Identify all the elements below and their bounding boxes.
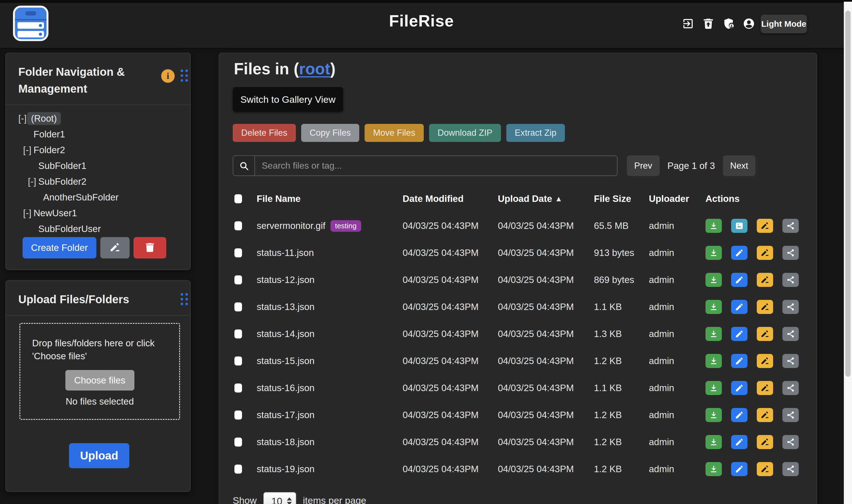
download-button[interactable]	[706, 327, 722, 341]
column-header-actions[interactable]: Actions	[706, 194, 804, 204]
switch-gallery-view-button[interactable]: Switch to Gallery View	[233, 87, 343, 112]
rename-folder-button[interactable]	[100, 237, 129, 258]
next-page-button[interactable]: Next	[723, 156, 755, 176]
choose-files-button[interactable]: Choose files	[65, 370, 134, 391]
delete-files-button[interactable]: Delete Files	[233, 124, 296, 142]
rename-button[interactable]	[757, 435, 773, 449]
row-checkbox[interactable]	[234, 437, 242, 447]
admin-shield-icon[interactable]	[723, 17, 735, 30]
file-name[interactable]: status-17.json	[257, 410, 314, 420]
download-button[interactable]	[706, 246, 722, 260]
edit-button[interactable]	[731, 246, 747, 260]
row-checkbox[interactable]	[234, 357, 242, 365]
file-name[interactable]: servermonitor.gif	[257, 220, 326, 231]
rename-button[interactable]	[757, 327, 773, 341]
drag-handle-icon[interactable]	[180, 293, 188, 305]
filerise-logo-icon[interactable]	[13, 6, 49, 41]
copy-files-button[interactable]: Copy Files	[301, 124, 359, 142]
row-checkbox[interactable]	[234, 248, 242, 257]
light-mode-button[interactable]: Light Mode	[761, 15, 807, 33]
logout-icon[interactable]	[682, 17, 694, 30]
download-button[interactable]	[706, 219, 722, 233]
download-button[interactable]	[706, 408, 722, 422]
row-checkbox[interactable]	[234, 221, 242, 230]
page-scrollbar[interactable]	[844, 2, 852, 504]
rename-button[interactable]	[757, 300, 773, 314]
info-icon[interactable]: i	[161, 69, 175, 83]
folder-tree-item-subfolderuser[interactable]: SubFolderUser	[6, 221, 190, 237]
row-checkbox[interactable]	[234, 383, 242, 393]
share-button[interactable]	[782, 327, 799, 341]
download-button[interactable]	[706, 273, 722, 287]
preview-image-button[interactable]	[731, 219, 747, 233]
folder-label[interactable]: NewUser1	[34, 208, 77, 218]
tree-collapse-toggle[interactable]: [-]	[23, 145, 34, 156]
download-button[interactable]	[706, 300, 722, 314]
move-files-button[interactable]: Move Files	[365, 124, 424, 142]
tree-collapse-toggle[interactable]: [-]	[28, 176, 38, 187]
folder-label[interactable]: Folder1	[34, 129, 65, 140]
select-all-checkbox[interactable]	[234, 194, 242, 203]
download-button[interactable]	[706, 354, 722, 368]
rename-button[interactable]	[757, 219, 773, 233]
file-dropzone[interactable]: Drop files/folders here or click 'Choose…	[19, 323, 180, 420]
share-button[interactable]	[782, 300, 799, 314]
file-name[interactable]: status-14.json	[257, 329, 314, 339]
file-name[interactable]: status-18.json	[257, 437, 314, 447]
folder-tree-item-anothersubfolder[interactable]: AnotherSubFolder	[6, 190, 190, 205]
share-button[interactable]	[782, 462, 799, 476]
download-button[interactable]	[706, 435, 722, 449]
file-name[interactable]: status-13.json	[257, 302, 314, 312]
column-header-upload-date[interactable]: Upload Date▲	[498, 194, 594, 204]
edit-button[interactable]	[731, 354, 747, 368]
upload-button[interactable]: Upload	[69, 443, 129, 468]
row-checkbox[interactable]	[234, 302, 242, 311]
share-button[interactable]	[782, 246, 799, 260]
edit-button[interactable]	[731, 327, 747, 341]
edit-button[interactable]	[731, 300, 747, 314]
folder-label[interactable]: (Root)	[27, 112, 61, 125]
edit-button[interactable]	[731, 462, 747, 476]
rename-button[interactable]	[757, 381, 773, 395]
edit-button[interactable]	[731, 381, 747, 395]
current-folder-link[interactable]: root	[299, 60, 330, 78]
share-button[interactable]	[782, 381, 799, 395]
column-header-date-modified[interactable]: Date Modified	[403, 194, 498, 204]
share-button[interactable]	[782, 219, 799, 233]
row-checkbox[interactable]	[234, 465, 242, 473]
row-checkbox[interactable]	[234, 411, 242, 419]
download-zip-button[interactable]: Download ZIP	[429, 124, 501, 142]
column-header-file-size[interactable]: File Size	[594, 194, 649, 204]
share-button[interactable]	[782, 354, 799, 368]
folder-label[interactable]: AnotherSubFolder	[43, 192, 119, 203]
folder-label[interactable]: Folder2	[34, 145, 65, 156]
drag-handle-icon[interactable]	[180, 70, 188, 82]
share-button[interactable]	[782, 435, 799, 449]
search-input[interactable]	[255, 156, 618, 176]
folder-tree-item-subfolder2[interactable]: [-]SubFolder2	[6, 174, 190, 190]
rename-button[interactable]	[757, 273, 773, 287]
folder-tree-item-folder1[interactable]: Folder1	[6, 126, 190, 142]
folder-tree-item-newuser1[interactable]: [-]NewUser1	[6, 205, 190, 221]
user-account-icon[interactable]	[743, 17, 755, 30]
rename-button[interactable]	[757, 246, 773, 260]
folder-tree-item-subfolder1[interactable]: SubFolder1	[6, 158, 190, 174]
rename-button[interactable]	[757, 462, 773, 476]
folder-tree-item-root[interactable]: [-](Root)	[6, 111, 190, 126]
items-per-page-select[interactable]: 10	[263, 492, 296, 504]
file-name[interactable]: status-11.json	[257, 248, 314, 258]
download-button[interactable]	[706, 462, 722, 476]
folder-tree-item-folder2[interactable]: [-]Folder2	[6, 142, 190, 158]
scrollbar-thumb[interactable]	[845, 11, 851, 377]
file-name[interactable]: status-12.json	[257, 274, 314, 285]
row-checkbox[interactable]	[234, 329, 242, 339]
edit-button[interactable]	[731, 273, 747, 287]
share-button[interactable]	[782, 408, 799, 422]
edit-button[interactable]	[731, 435, 747, 449]
extract-zip-button[interactable]: Extract Zip	[506, 124, 565, 142]
rename-button[interactable]	[757, 408, 773, 422]
prev-page-button[interactable]: Prev	[627, 156, 660, 176]
create-folder-button[interactable]: Create Folder	[22, 237, 97, 258]
download-button[interactable]	[706, 381, 722, 395]
delete-folder-button[interactable]	[134, 237, 166, 258]
